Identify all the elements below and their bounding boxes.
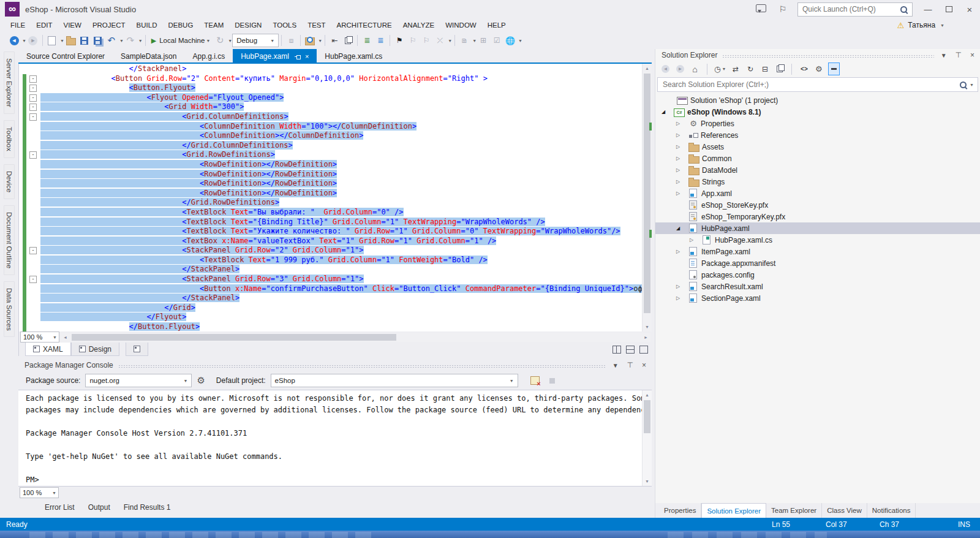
package-source-select[interactable]: nuget.org ▼ xyxy=(85,374,192,387)
panel-tab-output[interactable]: Output xyxy=(83,502,116,513)
tool-tab-team-explorer[interactable]: Team Explorer xyxy=(766,503,822,518)
clear-console-icon[interactable] xyxy=(530,376,540,385)
fold-collapse-box[interactable]: - xyxy=(29,276,37,283)
tree-item-strings[interactable]: ▷Strings xyxy=(655,176,980,188)
console-zoom-select[interactable]: 100 % ▼ xyxy=(20,487,59,498)
menu-team[interactable]: TEAM xyxy=(198,20,229,31)
code-line[interactable]: <TextBlock Text="Вы выбрали: " Grid.Colu… xyxy=(19,208,642,218)
home-icon[interactable]: ⌂ xyxy=(690,63,700,75)
expand-arrow-icon[interactable]: ▷ xyxy=(674,179,688,184)
code-line[interactable]: <TextBlock Text="Укажите количество: " G… xyxy=(19,227,642,237)
se-back-icon[interactable]: ◄ xyxy=(660,63,671,75)
menu-analyze[interactable]: ANALYZE xyxy=(398,20,440,31)
console-vertical-scrollbar[interactable]: ▲ ▼ xyxy=(642,390,652,486)
code-line[interactable]: - <Button.Flyout> xyxy=(19,83,642,93)
menu-file[interactable]: FILE xyxy=(5,20,31,31)
expand-arrow-icon[interactable]: ▷ xyxy=(687,237,702,243)
collapse-arrow-icon[interactable]: ◢ xyxy=(674,225,688,231)
scrollbar-thumb[interactable] xyxy=(644,400,650,433)
tree-item-eshop-storekey-pfx[interactable]: eShop_StoreKey.pfx xyxy=(655,199,980,211)
fold-collapse-box[interactable]: - xyxy=(29,94,37,102)
expand-arrow-icon[interactable]: ▷ xyxy=(674,191,688,196)
editor-zoom-select[interactable]: 100 % ▼ xyxy=(20,332,59,343)
code-line[interactable]: </Grid.ColumnDefinitions> xyxy=(19,141,642,151)
tool-tab-notifications[interactable]: Notifications xyxy=(867,503,916,518)
expand-arrow-icon[interactable]: ▷ xyxy=(674,121,688,126)
split-horizontal-icon[interactable] xyxy=(626,346,635,354)
tool-tab-server-explorer[interactable]: Server Explorer xyxy=(4,51,15,114)
previous-bookmark-icon[interactable]: ⚐ xyxy=(407,34,419,47)
scroll-down-arrow[interactable]: ▼ xyxy=(643,477,652,486)
tree-item-eshop-windows-8-1[interactable]: ◢C#eShop (Windows 8.1) xyxy=(655,106,980,118)
next-bookmark-icon[interactable]: ⚐ xyxy=(420,34,432,47)
menu-debug[interactable]: DEBUG xyxy=(162,20,198,31)
navigate-to-icon[interactable]: ⇤ xyxy=(328,34,341,47)
code-line[interactable]: <ColumnDefinition Width="100"></ColumnDe… xyxy=(19,122,642,132)
save-all-button[interactable] xyxy=(92,34,104,47)
console-pane-header[interactable]: Package Manager Console ▼ ⊤ × xyxy=(18,359,652,371)
quick-launch-input[interactable] xyxy=(801,4,900,14)
code-line[interactable]: <ColumnDefinition></ColumnDefinition> xyxy=(19,131,642,141)
code-line[interactable]: - <StackPanel Grid.Row="2" Grid.Column="… xyxy=(19,246,642,256)
code-line[interactable]: </Grid.RowDefinitions> xyxy=(19,198,642,208)
save-button[interactable] xyxy=(78,34,91,47)
tool-tab-class-view[interactable]: Class View xyxy=(822,503,867,518)
menu-project[interactable]: PROJECT xyxy=(87,20,131,31)
new-file-dropdown[interactable]: ▼ xyxy=(60,39,64,43)
tool-tab-solution-explorer[interactable]: Solution Explorer xyxy=(701,503,766,518)
restart-button[interactable]: ↻ xyxy=(214,34,226,47)
validate-icon[interactable]: ☑ xyxy=(491,34,503,47)
view-code-icon[interactable]: <> xyxy=(799,63,809,75)
bookmark-overflow-dropdown[interactable]: ▼ xyxy=(448,39,452,43)
code-line[interactable]: - <StackPanel Grid.Row="3" Grid.Column="… xyxy=(19,275,642,284)
tree-item-common[interactable]: ▷Common xyxy=(655,153,980,164)
code-line[interactable]: <TextBox x:Name="valueTextBox" Text="1" … xyxy=(19,237,642,246)
restart-dropdown[interactable]: ▼ xyxy=(228,39,232,43)
split-vertical-icon[interactable] xyxy=(612,346,621,354)
tool-tab-properties[interactable]: Properties xyxy=(659,503,701,518)
panel-tab-find-results-1[interactable]: Find Results 1 xyxy=(118,502,176,513)
navigate-back-button[interactable]: ◄ xyxy=(8,34,20,47)
code-line[interactable]: </StackPanel> xyxy=(19,64,642,74)
sync-with-active-document-icon[interactable]: ⇄ xyxy=(730,63,741,75)
code-area[interactable]: </StackPanel>- <Button Grid.Row="2" Cont… xyxy=(19,64,642,332)
window-position-dropdown[interactable]: ▼ xyxy=(611,362,620,369)
uncomment-lines-icon[interactable]: ≣ xyxy=(374,34,386,47)
menu-test[interactable]: TEST xyxy=(302,20,331,31)
pin-icon[interactable]: ⊤ xyxy=(625,361,635,369)
redo-button[interactable]: ↷ xyxy=(124,34,137,47)
code-line[interactable]: <RowDefinition></RowDefinition> xyxy=(19,189,642,199)
scroll-right-arrow[interactable]: ► xyxy=(641,333,650,342)
clear-bookmarks-icon[interactable]: ⤫ xyxy=(434,34,446,47)
navigate-forward-button[interactable]: ► xyxy=(27,34,39,47)
feedback-icon[interactable] xyxy=(756,4,766,14)
menu-edit[interactable]: EDIT xyxy=(31,20,58,31)
window-position-dropdown[interactable]: ▼ xyxy=(939,52,949,59)
scrollbar-thumb[interactable] xyxy=(72,334,396,341)
pin-icon[interactable]: ⊤ xyxy=(954,51,963,59)
code-line[interactable]: - <Button Grid.Row="2" Content="купить" … xyxy=(19,74,642,84)
expand-arrow-icon[interactable]: ▷ xyxy=(674,284,688,289)
view-tab-xaml[interactable]: XAML xyxy=(25,343,71,356)
doc-tab-hubpage-xaml-cs[interactable]: HubPage.xaml.cs xyxy=(317,49,390,64)
preview-selected-item-toggle[interactable] xyxy=(828,63,840,75)
menu-design[interactable]: DESIGN xyxy=(229,20,267,31)
scrollbar-thumb[interactable] xyxy=(644,74,650,313)
close-button[interactable]: × xyxy=(959,1,980,17)
attach-to-process-icon[interactable]: ⧈ xyxy=(285,34,297,47)
tree-item-assets[interactable]: ▷Assets xyxy=(655,141,980,153)
find-dropdown[interactable]: ▼ xyxy=(318,39,322,43)
search-options-dropdown[interactable]: ▼ xyxy=(970,83,974,87)
add-item-icon[interactable]: ⊞ xyxy=(477,34,489,47)
tree-item-hubpage-xaml-cs[interactable]: ▷HubPage.xaml.cs xyxy=(655,234,980,246)
solution-explorer-search-input[interactable] xyxy=(662,80,960,89)
solution-explorer-search-box[interactable]: ▼ xyxy=(657,77,978,92)
menu-architecture[interactable]: ARCHITECTURE xyxy=(331,20,398,31)
tree-item-solution-eshop-1-project[interactable]: Solution 'eShop' (1 project) xyxy=(655,94,980,106)
code-line[interactable]: <RowDefinition></RowDefinition> xyxy=(19,170,642,180)
copy-parent-icon[interactable] xyxy=(342,34,354,47)
expand-arrow-icon[interactable]: ▷ xyxy=(674,156,688,161)
tree-item-properties[interactable]: ▷⚙Properties xyxy=(655,118,980,129)
undo-button[interactable]: ↶ xyxy=(105,34,118,47)
collapse-all-icon[interactable]: ⊟ xyxy=(760,63,770,75)
